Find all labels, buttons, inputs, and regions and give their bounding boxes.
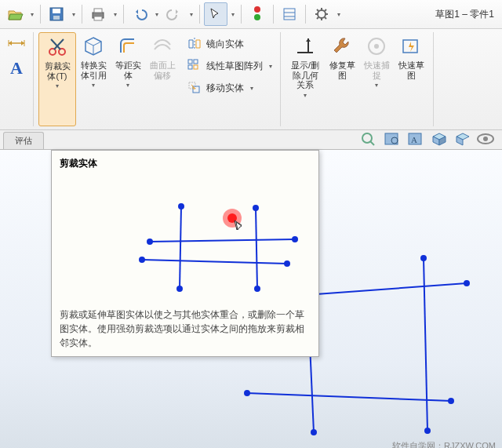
svg-point-54 (449, 399, 453, 403)
undo-dropdown[interactable]: ▾ (153, 11, 161, 18)
svg-point-7 (254, 14, 260, 20)
svg-point-72 (255, 286, 260, 291)
svg-point-65 (147, 239, 152, 244)
rapid-sketch-button[interactable]: 快速草 图 (394, 32, 428, 126)
rapid-icon (398, 34, 424, 59)
repair-label: 修复草 图 (329, 60, 355, 80)
view-orient-icon[interactable]: A (405, 130, 427, 148)
svg-point-52 (464, 281, 469, 286)
redo-dropdown[interactable]: ▾ (187, 11, 195, 18)
section-icon[interactable] (452, 130, 474, 148)
undo-button[interactable] (128, 2, 151, 26)
tooltip-title: 剪裁实体 (60, 157, 311, 170)
open-dropdown[interactable]: ▾ (28, 11, 36, 18)
svg-point-56 (311, 430, 316, 435)
convert-button[interactable]: 转换实 体引用 ▾ (76, 32, 111, 126)
linear-pattern-label: 线性草图阵列 (206, 60, 263, 73)
select-button[interactable] (204, 2, 227, 26)
repair-button[interactable]: 修复草 图 (325, 32, 359, 126)
svg-line-63 (180, 206, 181, 289)
sketch-canvas[interactable]: 剪裁实体 剪裁或延伸草图实体以使之与其他实体重合，或删除一个草图实体。使用强劲剪… (0, 150, 502, 448)
svg-line-18 (317, 17, 318, 19)
redo-button[interactable] (162, 2, 186, 26)
mirror-label: 镜向实体 (206, 38, 244, 51)
display-style-icon[interactable] (428, 130, 450, 148)
move-item[interactable]: 移动实体 ▾ (184, 79, 275, 97)
mirror-item[interactable]: 镜向实体 (184, 35, 275, 53)
settings-dropdown[interactable]: ▾ (335, 11, 343, 18)
svg-point-71 (253, 206, 258, 210)
quick-snap-button: 快速捕 捉 ▾ (359, 32, 394, 126)
tooltip: 剪裁实体 剪裁或延伸草图实体以使之与其他实体重合，或删除一个草图实体。使用强劲剪… (51, 150, 319, 357)
svg-point-11 (318, 10, 326, 18)
svg-line-40 (370, 141, 374, 145)
svg-line-62 (142, 260, 287, 264)
svg-point-58 (425, 428, 430, 433)
convert-label: 转换实 体引用 (81, 60, 107, 80)
svg-line-16 (317, 9, 318, 11)
wrench-icon (329, 34, 355, 59)
mirror-icon (187, 37, 202, 51)
linear-pattern-item[interactable]: 线性草图阵列 ▾ (184, 57, 275, 75)
dimension-icon[interactable] (7, 37, 26, 52)
trim-button[interactable]: 剪裁实 体(T) ▾ (38, 32, 76, 126)
svg-text:A: A (411, 135, 417, 144)
svg-point-66 (293, 237, 297, 242)
svg-point-37 (374, 44, 379, 49)
select-dropdown[interactable]: ▾ (229, 11, 237, 18)
svg-rect-31 (194, 65, 198, 69)
svg-rect-5 (94, 16, 102, 20)
tooltip-description: 剪裁或延伸草图实体以使之与其他实体重合，或删除一个草图实体。使用强劲剪裁选项以通… (60, 308, 311, 350)
svg-rect-28 (188, 60, 192, 64)
svg-rect-4 (94, 9, 102, 13)
svg-rect-1 (53, 9, 60, 13)
surface-offset-button: 曲面上 偏移 (145, 32, 180, 126)
tab-evaluate[interactable]: 评估 (3, 132, 44, 149)
svg-line-50 (424, 258, 427, 431)
save-button[interactable] (45, 2, 68, 26)
svg-rect-2 (53, 16, 60, 20)
view-toolbar: A (353, 129, 502, 149)
svg-point-67 (140, 257, 144, 262)
svg-line-64 (256, 208, 257, 289)
svg-point-69 (179, 204, 184, 209)
tab-bar: 评估 A (0, 130, 502, 150)
svg-rect-30 (188, 65, 192, 69)
surface-offset-icon (150, 34, 175, 59)
offset-label: 等距实 体 (115, 60, 141, 80)
zoom-area-icon[interactable] (381, 130, 403, 148)
hide-show-icon[interactable] (475, 130, 497, 148)
move-label: 移动实体 (206, 82, 244, 95)
svg-line-19 (325, 9, 326, 11)
scissors-icon (45, 35, 70, 60)
move-icon (187, 81, 202, 95)
text-icon[interactable]: A (10, 58, 23, 78)
svg-point-53 (245, 391, 249, 395)
rapid-sketch-label: 快速草 图 (398, 60, 424, 80)
watermark: 软件自学网：RJZXW.COM (392, 440, 496, 448)
svg-point-46 (483, 137, 488, 141)
svg-line-61 (150, 239, 295, 242)
display-relations-label: 显示/删 除几何 关系 (291, 60, 319, 90)
settings-button[interactable] (310, 2, 333, 26)
quick-snap-label: 快速捕 捉 (364, 60, 390, 80)
tooltip-illustration (60, 175, 303, 300)
cube-icon (81, 34, 106, 59)
display-relations-button[interactable]: 显示/删 除几何 关系 ▾ (286, 32, 325, 126)
offset-button[interactable]: 等距实 体 ▾ (111, 32, 145, 126)
print-dropdown[interactable]: ▾ (111, 11, 119, 18)
zoom-fit-icon[interactable] (358, 130, 380, 148)
svg-rect-29 (194, 60, 198, 64)
options-button[interactable] (278, 2, 301, 26)
snap-icon (364, 34, 389, 59)
pattern-icon (187, 59, 202, 73)
svg-point-68 (285, 261, 289, 266)
traffic-light-icon[interactable] (246, 2, 269, 26)
save-dropdown[interactable]: ▾ (70, 11, 78, 18)
ribbon: A 剪裁实 体(T) ▾ 转换实 体引用 ▾ 等距实 体 ▾ 曲面上 偏移 镜向… (0, 29, 502, 130)
print-button[interactable] (86, 2, 110, 26)
open-button[interactable] (3, 2, 27, 26)
quick-access-toolbar: ▾ ▾ ▾ ▾ ▾ ▾ ▾ 草图1 – 零件1 (0, 0, 502, 29)
offset-icon (115, 34, 140, 59)
svg-point-57 (421, 256, 426, 260)
